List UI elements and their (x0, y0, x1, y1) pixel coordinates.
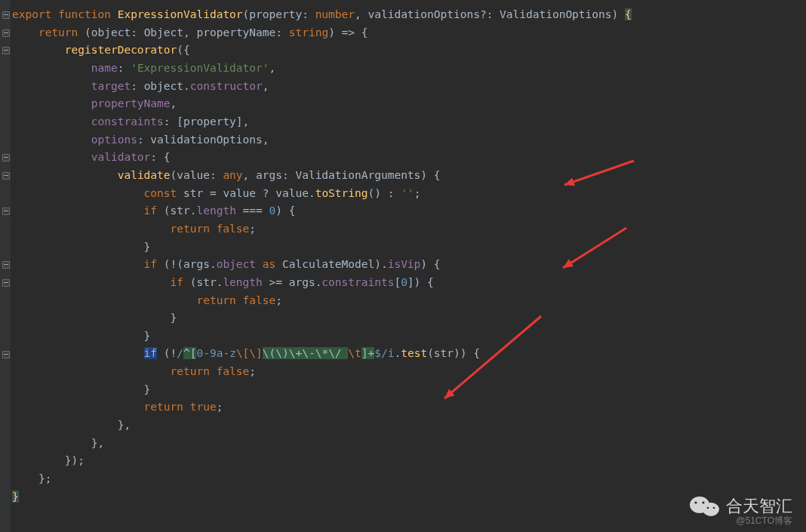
token: ; (275, 294, 282, 306)
code-line[interactable]: if (str.length >= args.constraints[0]) { (12, 274, 632, 292)
code-line[interactable]: export function ExpressionValidator(prop… (12, 6, 632, 24)
token (210, 365, 217, 377)
code-line[interactable]: return false; (12, 292, 632, 310)
fold-toggle-icon[interactable] (2, 261, 10, 269)
code-line[interactable]: } (12, 488, 632, 506)
token: args (256, 169, 282, 181)
token: constraints (321, 276, 394, 288)
token: . (210, 258, 217, 270)
token (210, 223, 217, 235)
code-line[interactable]: name: 'ExpressionValidator', (12, 60, 632, 78)
token: , (269, 62, 275, 74)
code-line[interactable]: validate(value: any, args: ValidationArg… (12, 167, 632, 185)
token: , (263, 134, 269, 146)
token: str (196, 276, 216, 288)
token: property (183, 115, 236, 128)
token: return (144, 401, 183, 413)
token: : (282, 169, 295, 181)
token: - (223, 347, 229, 359)
token: false (217, 365, 250, 377)
code-line[interactable]: propertyName, (12, 95, 632, 113)
token: : { (150, 151, 170, 163)
code-line[interactable]: options: validationOptions, (12, 131, 632, 149)
token: ( (78, 26, 91, 38)
token: Object (144, 26, 183, 38)
token: ]) { (408, 276, 434, 288)
code-line[interactable]: registerDecorator({ (12, 42, 632, 60)
token: , (355, 8, 368, 20)
code-line[interactable]: return false; (12, 220, 632, 238)
token: }); (12, 454, 85, 466)
token: )) { (454, 347, 480, 359)
code-line[interactable]: }, (12, 435, 632, 453)
token: . (183, 80, 190, 92)
token: return (171, 223, 210, 235)
svg-point-11 (713, 507, 715, 509)
token: false (217, 223, 250, 235)
token: ) { (275, 204, 295, 217)
token (12, 44, 65, 56)
token (12, 169, 118, 181)
code-line[interactable]: return false; (12, 363, 632, 381)
token: str (434, 347, 454, 359)
token: = (203, 187, 223, 199)
fold-toggle-icon[interactable] (2, 29, 10, 37)
token (12, 347, 144, 359)
token (236, 294, 243, 306)
token: object (144, 80, 183, 92)
token: , (263, 80, 269, 92)
code-line[interactable]: } (12, 328, 632, 346)
token: str (183, 187, 203, 199)
fold-toggle-icon[interactable] (2, 47, 10, 54)
token: ( (427, 347, 434, 359)
code-line[interactable]: } (12, 238, 632, 257)
token: : (118, 62, 131, 74)
fold-toggle-icon[interactable] (2, 208, 10, 215)
code-line[interactable]: if (!(args.object as CalculateModel).isV… (12, 256, 632, 274)
token: , (243, 169, 256, 181)
code-line[interactable]: }); (12, 452, 632, 470)
token: : (131, 26, 143, 38)
fold-toggle-icon[interactable] (2, 172, 10, 180)
code-line[interactable]: } (12, 309, 632, 328)
token (12, 204, 144, 217)
token: ?: (480, 8, 500, 20)
code-line[interactable]: if (!/^[0-9a-z\[\]\(\)\+\-\*\/ \t]+$/i.t… (12, 345, 632, 363)
fold-toggle-icon[interactable] (2, 154, 10, 161)
token: 9a (210, 347, 223, 359)
token: / (177, 347, 183, 359)
code-line[interactable]: } (12, 381, 632, 399)
token: }, (12, 437, 104, 449)
fold-toggle-icon[interactable] (2, 351, 10, 358)
token: ], (236, 115, 249, 128)
token: propertyName (197, 26, 276, 38)
code-line[interactable]: constraints: [property], (12, 113, 632, 131)
token: (! (157, 347, 177, 359)
code-line[interactable]: return (object: Object, propertyName: st… (12, 24, 632, 42)
fold-toggle-icon[interactable] (2, 11, 10, 19)
token: value (223, 187, 256, 199)
code-line[interactable]: }, (12, 417, 632, 435)
code-line[interactable]: }; (12, 470, 632, 488)
token: ( (171, 169, 177, 181)
token (12, 62, 91, 74)
token: propertyName (91, 97, 171, 109)
token: isVip (388, 258, 421, 270)
token: } (12, 383, 150, 395)
code-line[interactable]: if (str.length === 0) { (12, 202, 632, 220)
token: false (243, 294, 276, 306)
code-line[interactable]: validator: { (12, 149, 632, 167)
token: : (275, 26, 288, 38)
code-line[interactable]: const str = value ? value.toString() : '… (12, 185, 632, 203)
code-area[interactable]: export function ExpressionValidator(prop… (12, 6, 632, 506)
token: validationOptions (150, 134, 262, 146)
token: ValidationArguments (295, 169, 420, 181)
code-line[interactable]: return true; (12, 398, 632, 417)
token: $/i (374, 347, 394, 359)
token: str (171, 204, 190, 217)
code-line[interactable]: target: object.constructor, (12, 78, 632, 96)
fold-toggle-icon[interactable] (2, 279, 10, 287)
token: : (302, 8, 315, 20)
token: if (144, 347, 157, 359)
token: ]+ (361, 347, 374, 359)
